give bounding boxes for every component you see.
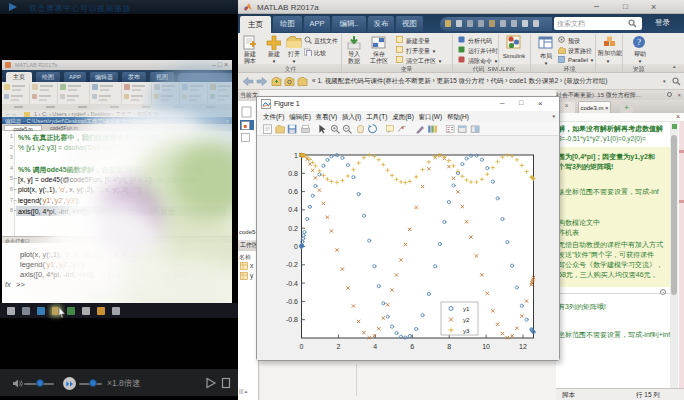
svg-text:0: 0 (300, 343, 304, 350)
svg-text:6: 6 (410, 343, 414, 350)
svg-text:8: 8 (447, 343, 451, 350)
svg-text:y2: y2 (463, 316, 470, 323)
svg-text:0.8: 0.8 (288, 170, 298, 177)
svg-text:-0.4: -0.4 (286, 280, 298, 287)
svg-text:12: 12 (519, 343, 527, 350)
svg-text:0.2: 0.2 (288, 225, 298, 232)
svg-text:4: 4 (373, 343, 377, 350)
svg-text:0.6: 0.6 (288, 188, 298, 195)
svg-text:-0.8: -0.8 (286, 316, 298, 323)
svg-text:-0.6: -0.6 (286, 298, 298, 305)
svg-text:y1: y1 (463, 305, 470, 312)
svg-text:y3: y3 (463, 327, 470, 334)
svg-text:0: 0 (294, 243, 298, 250)
svg-text:1: 1 (294, 152, 298, 159)
svg-text:?: ? (637, 37, 641, 47)
svg-text:0.4: 0.4 (288, 206, 298, 213)
svg-text:2: 2 (336, 343, 340, 350)
svg-text:10: 10 (482, 343, 490, 350)
svg-text:-0.2: -0.2 (286, 261, 298, 268)
svg-text:■: ■ (244, 123, 248, 129)
